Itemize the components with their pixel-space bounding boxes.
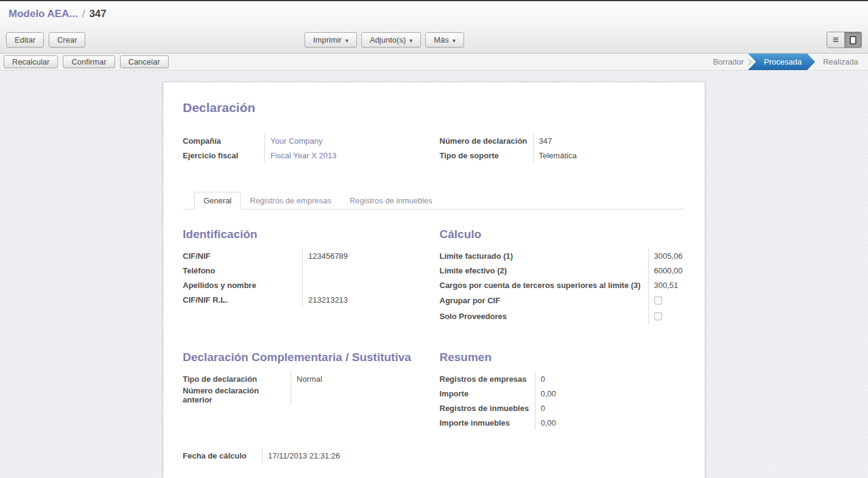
field-value: 0,00: [535, 415, 686, 430]
field-label: CIF/NIF R.L.: [183, 295, 302, 304]
field-value: [291, 386, 429, 404]
list-icon: ≡: [833, 35, 839, 45]
field-value: 0: [535, 371, 686, 386]
field-limite-efectivo: Límite efectivo (2) 6000,00: [440, 263, 686, 278]
field-compania: Compañía Your Company: [183, 133, 429, 148]
field-value: 0: [535, 401, 686, 415]
field-value: Normal: [291, 371, 429, 386]
field-value: 300,51: [648, 278, 686, 292]
tab-registros-de-inmuebles[interactable]: Registros de inmuebles: [340, 192, 442, 209]
tab-general[interactable]: General: [194, 192, 241, 209]
header-right-group: Número de declaración 347 Tipo de soport…: [440, 133, 686, 163]
edit-button[interactable]: Editar: [6, 32, 44, 47]
status-realizada: Realizada: [813, 54, 868, 70]
field-label: Tipo de declaración: [183, 374, 291, 384]
solo-proveedores-checkbox[interactable]: [654, 312, 662, 320]
section-identificacion: Identificación CIF/NIF 123456789 Teléfon…: [183, 228, 429, 307]
section-calculo: Cálculo Límite facturado (1) 3005,06 Lím…: [440, 228, 686, 324]
field-label: Importe inmuebles: [440, 418, 535, 427]
field-label: Apellidos y nombre: [183, 281, 302, 290]
field-value: 213213213: [302, 292, 429, 307]
print-label: Imprimir: [313, 35, 342, 44]
section-complementaria: Declaración Complementaria / Sustitutiva…: [183, 351, 429, 404]
field-label: Importe: [440, 389, 535, 398]
resumen-fields: Registros de empresas 0 Importe 0,00 Reg…: [440, 371, 686, 430]
attachments-dropdown-button[interactable]: Adjunto(s)▾: [361, 32, 421, 47]
complementaria-fields: Tipo de declaración Normal Número declar…: [183, 371, 429, 404]
create-button[interactable]: Crear: [49, 32, 86, 47]
field-tipo-declaracion: Tipo de declaración Normal: [183, 371, 429, 386]
field-registros-de-inmuebles: Registros de inmuebles 0: [440, 401, 686, 415]
field-label: Agrupar por CIF: [440, 296, 648, 305]
field-value: [302, 263, 429, 278]
header-field-columns: Compañía Your Company Ejercicio fiscal F…: [183, 133, 685, 163]
field-value-link[interactable]: Your Company: [264, 133, 429, 148]
workflow-buttons: Recalcular Confirmar Cancelar: [4, 55, 169, 68]
attachments-label: Adjunto(s): [370, 35, 406, 44]
chevron-down-icon: ▾: [409, 37, 412, 44]
field-numero-declaracion-anterior: Número declaración anterior: [183, 386, 429, 404]
field-cif-nif-rl: CIF/NIF R.L. 213213213: [183, 292, 429, 307]
form-view-button[interactable]: [844, 32, 861, 47]
sidebar-buttons: Imprimir▾ Adjunto(s)▾ Más▾: [305, 27, 464, 53]
section-resumen: Resumen Registros de empresas 0 Importe …: [440, 351, 686, 430]
field-label: CIF/NIF: [183, 251, 302, 261]
field-label: Solo Proveedores: [440, 312, 648, 321]
form-icon: [850, 36, 856, 44]
tab-content-general: Identificación CIF/NIF 123456789 Teléfon…: [183, 209, 685, 463]
field-cif-nif: CIF/NIF 123456789: [183, 248, 429, 263]
field-cargos-terceros: Cargos por cuenta de terceros superiores…: [440, 278, 686, 292]
field-solo-proveedores: Solo Proveedores: [440, 308, 686, 324]
statusbar: Borrador Procesada Realizada: [703, 54, 868, 70]
recalculate-button[interactable]: Recalcular: [4, 55, 58, 68]
field-registros-de-empresas: Registros de empresas 0: [440, 371, 686, 386]
header-left-group: Compañía Your Company Ejercicio fiscal F…: [183, 133, 429, 163]
field-apellidos-y-nombre: Apellidos y nombre: [183, 278, 429, 292]
page-title: Declaración: [183, 100, 685, 115]
cancel-button[interactable]: Cancelar: [120, 55, 169, 68]
field-label: Número declaración anterior: [183, 386, 291, 404]
field-importe: Importe 0,00: [440, 386, 686, 401]
form-background: Declaración Compañía Your Company Ejerci…: [0, 71, 868, 478]
field-value: 347: [533, 133, 686, 148]
field-checkbox-cell: [648, 292, 686, 308]
field-label: Límite facturado (1): [440, 251, 648, 261]
field-value: 0,00: [535, 386, 686, 401]
field-label: Número de declaración: [440, 136, 533, 146]
section-title: Resumen: [440, 351, 686, 364]
section-title: Identificación: [183, 228, 429, 241]
identificacion-fields: CIF/NIF 123456789 Teléfono Apellidos y n…: [183, 248, 429, 307]
print-dropdown-button[interactable]: Imprimir▾: [305, 32, 357, 47]
tab-registros-de-empresas[interactable]: Registros de empresas: [241, 192, 340, 209]
agrupar-por-cif-checkbox[interactable]: [654, 297, 662, 304]
section-columns-2: Declaración Complementaria / Sustitutiva…: [183, 351, 685, 430]
field-value: Telemática: [533, 148, 686, 163]
more-label: Más: [434, 35, 449, 44]
more-dropdown-button[interactable]: Más▾: [425, 32, 464, 47]
section-title: Cálculo: [440, 228, 686, 241]
field-fecha-de-calculo: Fecha de cálculo 17/11/2013 21:31:26: [183, 448, 437, 463]
record-buttons: Editar Crear: [6, 32, 85, 47]
field-value: 17/11/2013 21:31:26: [262, 448, 437, 463]
field-value: 6000,00: [648, 263, 686, 278]
field-limite-facturado: Límite facturado (1) 3005,06: [440, 248, 686, 263]
view-switcher: ≡: [827, 32, 862, 48]
form-sheet: Declaración Compañía Your Company Ejerci…: [163, 82, 705, 478]
field-tipo-soporte: Tipo de soporte Telemática: [440, 148, 686, 163]
field-value-link[interactable]: Fiscal Year X 2013: [264, 148, 429, 163]
list-view-button[interactable]: ≡: [827, 32, 844, 47]
field-importe-inmuebles: Importe inmuebles 0,00: [440, 415, 686, 430]
breadcrumb-parent-link[interactable]: Modelo AEA...: [9, 8, 78, 20]
field-label: Registros de inmuebles: [440, 404, 535, 413]
calculo-fields: Límite facturado (1) 3005,06 Límite efec…: [440, 248, 686, 324]
field-label: Ejercicio fiscal: [183, 151, 264, 160]
confirm-button[interactable]: Confirmar: [63, 55, 115, 68]
field-value: [302, 278, 429, 292]
field-numero-declaracion: Número de declaración 347: [440, 133, 686, 148]
form-action-bar: Recalcular Confirmar Cancelar Borrador P…: [0, 54, 868, 71]
field-checkbox-cell: [648, 308, 686, 324]
field-agrupar-por-cif: Agrupar por CIF: [440, 292, 686, 308]
field-label: Tipo de soporte: [440, 151, 533, 160]
field-label: Límite efectivo (2): [440, 266, 648, 275]
breadcrumb: Modelo AEA... / 347: [0, 1, 868, 27]
